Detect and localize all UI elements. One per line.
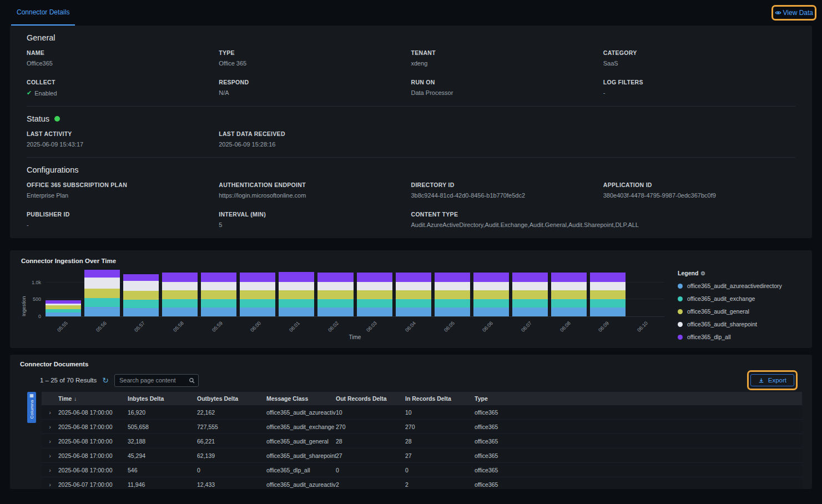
documents-table: ▦ Columns Time↓ Inbytes Delta Outbytes D… [42, 392, 802, 489]
legend-item[interactable]: office365_audit_sharepoint [678, 321, 801, 327]
header-time[interactable]: Time↓ [58, 395, 128, 402]
bar-segment-office365_audit_sharepoint [473, 282, 509, 290]
search-input[interactable] [118, 376, 189, 384]
header-inbytes-delta[interactable]: Inbytes Delta [128, 395, 197, 402]
columns-grid-icon: ▦ [29, 394, 34, 398]
table-cell: office365_audit_general [266, 438, 336, 445]
bar-segment-office365_dlp_all [473, 273, 509, 282]
documents-heading: Connector Documents [20, 361, 802, 367]
chart-x-labels: 05:5505:5605:5705:5805:5906:0006:0106:02… [46, 316, 664, 334]
status-green-dot [54, 116, 60, 122]
field-value: Data Processor [411, 89, 603, 96]
chart-bar [46, 269, 81, 316]
x-tick-label: 06:03 [365, 320, 378, 333]
table-cell: 32,188 [128, 438, 197, 445]
legend-item[interactable]: office365_audit_general [678, 308, 801, 315]
bar-segment-office365_audit_general [357, 290, 392, 299]
x-tick-label: 06:09 [598, 320, 611, 333]
export-annotation-wrap: Export [750, 374, 794, 386]
row-expand-chevron[interactable]: › [42, 467, 58, 473]
bar-segment-office365_audit_sharepoint [240, 282, 275, 290]
field-value: xdeng [411, 60, 603, 67]
tabbar-actions: View Data [775, 0, 813, 26]
field-label: RESPOND [219, 79, 411, 85]
export-button[interactable]: Export [750, 374, 794, 386]
header-type[interactable]: Type [475, 395, 802, 402]
x-tick-label: 06:10 [636, 320, 649, 333]
field-label: OFFICE 365 SUBSCRIPTION PLAN [27, 182, 219, 188]
row-expand-chevron[interactable]: › [42, 438, 58, 445]
table-cell: office365_audit_azureactived [266, 409, 336, 416]
connector-details-panel: General NAME Office365 TYPE Office 365 T… [10, 26, 812, 238]
bar-segment-office365_audit_sharepoint [317, 282, 353, 290]
bar-segment-office365_audit_exchange [396, 299, 431, 308]
bar-segment-office365_dlp_all [357, 273, 392, 282]
chart-bar [629, 269, 664, 316]
bar-segment-office365_audit_exchange [162, 299, 198, 308]
table-cell: 2025-06-08 17:00:00 [58, 409, 128, 416]
bar-segment-office365_audit_exchange [590, 299, 626, 308]
bar-segment-office365_audit_exchange [435, 299, 470, 308]
bar-segment-office365_audit_exchange [123, 300, 159, 308]
row-expand-chevron[interactable]: › [42, 409, 58, 416]
row-expand-chevron[interactable]: › [42, 481, 58, 488]
sort-desc-icon: ↓ [74, 396, 77, 402]
bar-segment-office365_audit_general [279, 290, 314, 299]
legend-item[interactable]: office365_audit_azureactivedirectory [678, 283, 801, 289]
x-tick-label: 06:07 [520, 320, 533, 333]
gear-icon[interactable]: ⚙ [700, 270, 705, 276]
table-cell: 505,658 [128, 424, 197, 430]
table-cell: 27 [405, 452, 475, 459]
field-value: Office365 [27, 60, 219, 67]
tab-connector-details[interactable]: Connector Details [11, 0, 75, 26]
row-expand-chevron[interactable]: › [42, 452, 58, 459]
table-cell: 10 [405, 409, 475, 416]
table-row: ›2025-06-07 17:00:0011,94612,433office36… [42, 477, 802, 489]
table-cell: 546 [128, 467, 197, 473]
header-outbytes-delta[interactable]: Outbytes Delta [197, 395, 266, 402]
x-tick-label: 06:08 [559, 320, 572, 333]
table-cell: office365 [475, 424, 802, 430]
field-value: Enterprise Plan [27, 192, 219, 199]
search-box [114, 374, 199, 387]
search-icon [189, 377, 195, 384]
header-message-class[interactable]: Message Class [266, 395, 336, 402]
field-value: ✔ Enabled [27, 89, 219, 97]
legend-label: office365_audit_azureactivedirectory [687, 283, 782, 289]
chart-bar [123, 269, 159, 316]
table-cell: 2025-06-07 17:00:00 [58, 481, 128, 488]
bar-segment-office365_audit_exchange [551, 299, 587, 308]
columns-button-label: Columns [29, 400, 34, 419]
table-cell: 2025-06-08 17:00:00 [58, 424, 128, 430]
field-label: INTERVAL (MIN) [219, 211, 411, 218]
header-in-records-delta[interactable]: In Records Delta [405, 395, 475, 402]
legend-item[interactable]: office365_dlp_all [678, 334, 801, 340]
row-expand-chevron[interactable]: › [42, 424, 58, 430]
chart-plot-region: 05001.0k 05:5505:5605:5705:5805:5906:000… [46, 269, 664, 346]
tab-connector-details-label: Connector Details [17, 8, 69, 16]
bar-segment-office365_audit_exchange [240, 299, 275, 308]
refresh-icon[interactable]: ↻ [102, 376, 109, 384]
connector-documents-panel: Connector Documents 1 – 25 of 70 Results… [10, 355, 812, 489]
legend-item[interactable]: office365_audit_exchange [678, 295, 801, 302]
documents-toolbar: 1 – 25 of 70 Results ↻ Export [20, 372, 802, 388]
bar-segment-office365_audit_azureactivedirectory [279, 308, 314, 316]
legend-swatch [678, 322, 683, 327]
field-label: DIRECTORY ID [411, 182, 603, 188]
columns-button[interactable]: ▦ Columns [27, 392, 36, 423]
table-cell: 727,555 [197, 424, 266, 430]
export-label: Export [768, 377, 786, 384]
x-tick-label: 05:59 [211, 320, 224, 333]
legend-swatch [678, 309, 683, 314]
table-cell: 12,433 [197, 481, 266, 488]
status-heading-label: Status [27, 114, 49, 123]
view-data-button[interactable]: View Data [775, 9, 813, 17]
x-tick-label: 05:58 [172, 320, 185, 333]
field-subscription-plan: OFFICE 365 SUBSCRIPTION PLAN Enterprise … [27, 182, 219, 199]
table-cell: 2025-06-08 17:00:00 [58, 438, 128, 445]
y-tick-label: 0 [38, 314, 46, 319]
field-respond: RESPOND N/A [219, 79, 411, 97]
chart-bar [551, 269, 587, 316]
header-out-records-delta[interactable]: Out Records Delta [336, 395, 405, 402]
view-data-annotation-wrap: View Data [775, 9, 813, 17]
